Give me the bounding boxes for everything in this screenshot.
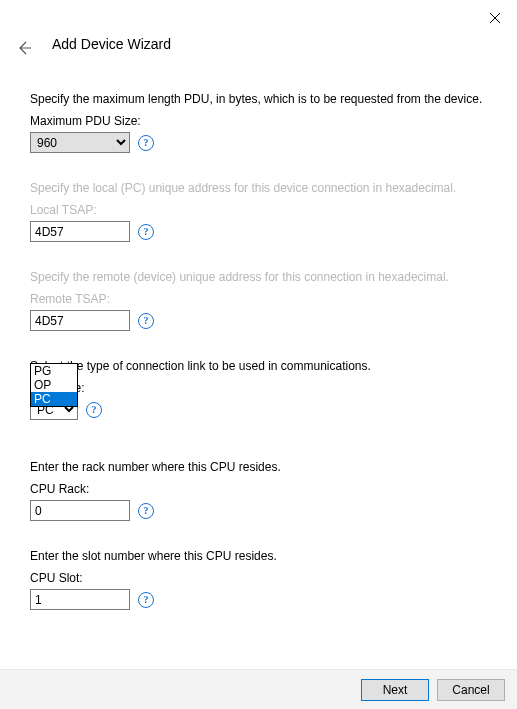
help-icon[interactable]: ? (138, 503, 154, 519)
cpu-rack-input[interactable] (30, 500, 130, 521)
wizard-content: Specify the maximum length PDU, in bytes… (30, 92, 499, 638)
help-icon[interactable]: ? (138, 224, 154, 240)
wizard-footer: Next Cancel (0, 669, 517, 709)
link-type-description: Select the type of connection link to be… (30, 359, 499, 373)
pdu-description: Specify the maximum length PDU, in bytes… (30, 92, 499, 106)
close-button[interactable] (483, 6, 507, 30)
page-title: Add Device Wizard (52, 36, 171, 52)
help-icon[interactable]: ? (138, 313, 154, 329)
arrow-left-icon (16, 40, 32, 56)
cancel-button[interactable]: Cancel (437, 679, 505, 701)
cpu-slot-label: CPU Slot: (30, 571, 499, 585)
help-icon[interactable]: ? (138, 135, 154, 151)
link-type-option-op[interactable]: OP (31, 378, 77, 392)
section-local-tsap: Specify the local (PC) unique address fo… (30, 181, 499, 242)
cpu-slot-input[interactable] (30, 589, 130, 610)
help-icon[interactable]: ? (86, 402, 102, 418)
link-type-label: Link Type: (30, 381, 499, 395)
section-link-type: Select the type of connection link to be… (30, 359, 499, 420)
cpu-rack-description: Enter the rack number where this CPU res… (30, 460, 499, 474)
link-type-option-pc[interactable]: PC (31, 392, 77, 406)
local-tsap-input[interactable] (30, 221, 130, 242)
local-tsap-description: Specify the local (PC) unique address fo… (30, 181, 499, 195)
section-cpu-slot: Enter the slot number where this CPU res… (30, 549, 499, 610)
pdu-label: Maximum PDU Size: (30, 114, 499, 128)
remote-tsap-description: Specify the remote (device) unique addre… (30, 270, 499, 284)
next-button[interactable]: Next (361, 679, 429, 701)
section-pdu: Specify the maximum length PDU, in bytes… (30, 92, 499, 153)
section-remote-tsap: Specify the remote (device) unique addre… (30, 270, 499, 331)
local-tsap-label: Local TSAP: (30, 203, 499, 217)
pdu-size-select[interactable]: 960 (30, 132, 130, 153)
close-icon (489, 12, 501, 24)
section-cpu-rack: Enter the rack number where this CPU res… (30, 460, 499, 521)
link-type-option-pg[interactable]: PG (31, 364, 77, 378)
help-icon[interactable]: ? (138, 592, 154, 608)
cpu-slot-description: Enter the slot number where this CPU res… (30, 549, 499, 563)
cpu-rack-label: CPU Rack: (30, 482, 499, 496)
remote-tsap-input[interactable] (30, 310, 130, 331)
link-type-dropdown-list[interactable]: PG OP PC (30, 363, 78, 407)
back-button[interactable] (12, 36, 36, 60)
remote-tsap-label: Remote TSAP: (30, 292, 499, 306)
